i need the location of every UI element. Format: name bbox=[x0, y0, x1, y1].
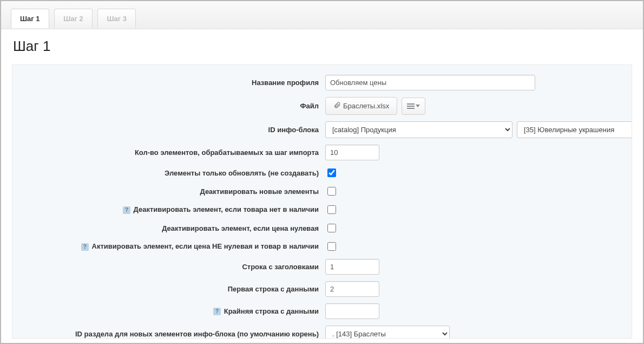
row-last-data-row: ? Крайняя строка с данными bbox=[22, 303, 622, 319]
form-panel: Название профиля Файл Браслеты.xlsx bbox=[12, 64, 632, 339]
tab-step-1[interactable]: Шаг 1 bbox=[11, 9, 49, 28]
row-header-row: Строка с заголовками bbox=[22, 259, 622, 275]
header-row-label: Строка с заголовками bbox=[22, 263, 325, 271]
row-section-id: ID раздела для новых элементов инфо-блок… bbox=[22, 326, 622, 339]
help-icon[interactable]: ? bbox=[81, 243, 89, 251]
row-file: Файл Браслеты.xlsx bbox=[22, 97, 622, 115]
section-id-label: ID раздела для новых элементов инфо-блок… bbox=[22, 330, 325, 338]
row-first-data-row: Первая строка с данными bbox=[22, 281, 622, 297]
deactivate-new-checkbox[interactable] bbox=[327, 187, 336, 196]
row-profile-name: Название профиля bbox=[22, 75, 622, 90]
row-activate-nonzero: ? Активировать элемент, если цена НЕ нул… bbox=[22, 241, 622, 252]
last-data-row-label: ? Крайняя строка с данными bbox=[22, 307, 325, 316]
help-icon[interactable]: ? bbox=[213, 308, 221, 315]
iblock-label: ID инфо-блока bbox=[22, 126, 325, 134]
row-deactivate-zero-price: Деактивировать элемент, если цена нулева… bbox=[22, 222, 622, 234]
help-icon[interactable]: ? bbox=[123, 206, 130, 214]
header-row-input[interactable] bbox=[325, 259, 379, 275]
first-data-row-input[interactable] bbox=[325, 281, 379, 297]
step-count-input[interactable] bbox=[325, 145, 379, 160]
step-count-label: Кол-во элементов, обрабатываемых за шаг … bbox=[22, 148, 325, 157]
iblock-select[interactable]: [catalog] Продукция bbox=[325, 121, 512, 138]
page-title: Шаг 1 bbox=[1, 29, 643, 59]
tab-step-3[interactable]: Шаг 3 bbox=[97, 9, 136, 28]
row-step-count: Кол-во элементов, обрабатываемых за шаг … bbox=[22, 145, 622, 160]
profile-name-label: Название профиля bbox=[22, 79, 325, 87]
tabs-bar: Шаг 1 Шаг 2 Шаг 3 bbox=[1, 1, 643, 29]
hamburger-icon bbox=[407, 103, 415, 109]
file-label: Файл bbox=[22, 102, 325, 110]
only-update-label: Элементы только обновлять (не создавать) bbox=[22, 169, 325, 177]
chevron-down-icon bbox=[416, 105, 420, 107]
deactivate-new-label: Деактивировать новые элементы bbox=[22, 187, 325, 196]
section-id-select[interactable]: . [143] Браслеты bbox=[325, 326, 450, 339]
activate-nonzero-label: ? Активировать элемент, если цена НЕ нул… bbox=[22, 242, 325, 251]
deactivate-no-stock-checkbox[interactable] bbox=[327, 205, 336, 214]
only-update-checkbox[interactable] bbox=[327, 168, 336, 177]
file-button[interactable]: Браслеты.xlsx bbox=[325, 97, 397, 115]
deactivate-zero-price-checkbox[interactable] bbox=[327, 224, 336, 232]
deactivate-zero-price-label: Деактивировать элемент, если цена нулева… bbox=[22, 224, 325, 232]
iblock-section-select[interactable]: [35] Ювелирные украшения bbox=[517, 121, 632, 138]
row-iblock: ID инфо-блока [catalog] Продукция [35] Ю… bbox=[22, 121, 622, 138]
deactivate-no-stock-label: ? Деактивировать элемент, если товара не… bbox=[22, 205, 325, 214]
tab-step-2[interactable]: Шаг 2 bbox=[54, 9, 93, 28]
activate-nonzero-checkbox[interactable] bbox=[327, 242, 336, 251]
app-frame: Шаг 1 Шаг 2 Шаг 3 Шаг 1 Название профиля… bbox=[0, 0, 644, 344]
file-menu-button[interactable] bbox=[402, 98, 425, 115]
profile-name-input[interactable] bbox=[325, 75, 535, 90]
file-name-label: Браслеты.xlsx bbox=[343, 102, 389, 110]
row-deactivate-new: Деактивировать новые элементы bbox=[22, 185, 622, 197]
first-data-row-label: Первая строка с данными bbox=[22, 285, 325, 293]
last-data-row-input[interactable] bbox=[325, 303, 379, 319]
attachment-icon bbox=[333, 101, 340, 111]
row-only-update: Элементы только обновлять (не создавать) bbox=[22, 167, 622, 179]
row-deactivate-no-stock: ? Деактивировать элемент, если товара не… bbox=[22, 204, 622, 216]
